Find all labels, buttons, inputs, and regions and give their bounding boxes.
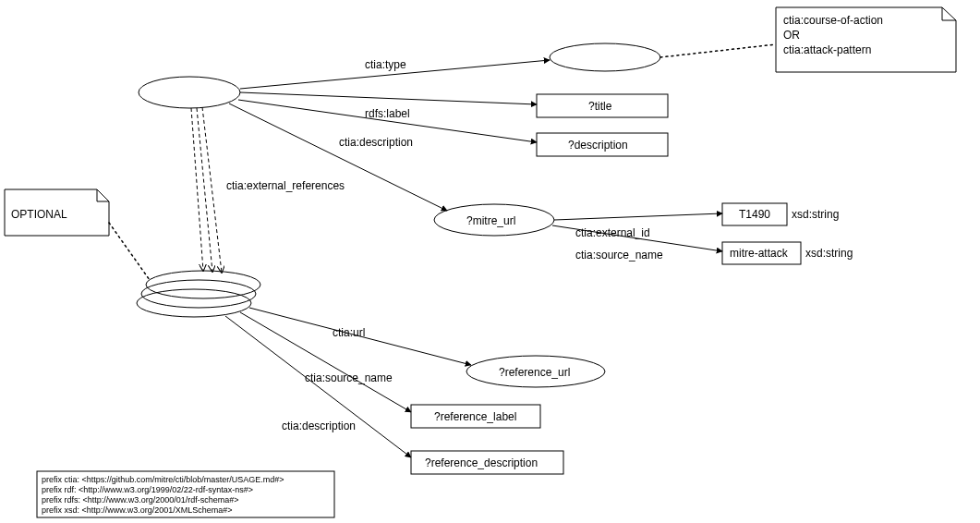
type-note-line3: ctia:attack-pattern [783,43,871,56]
edge-extref-1 [191,108,203,271]
edge-extref-2 [197,108,212,272]
prefix-1: prefix ctia: <https://github.com/mitre/c… [42,475,284,484]
mitre-attack-type: xsd:string [805,247,853,260]
edge-srcname-label: ctia:source_name [575,249,663,262]
ref-label-text: ?reference_label [434,410,516,423]
t1490-text: T1490 [739,208,770,221]
prefix-3: prefix rdfs: <http://www.w3.org/2000/01/… [42,495,239,505]
optional-text: OPTIONAL [11,208,67,221]
ext-ref-node [137,289,251,317]
subject-node [139,77,240,108]
type-note-line2: OR [783,29,800,42]
diagram-canvas: ctia:course-of-action OR ctia:attack-pat… [0,0,980,523]
prefix-2: prefix rdf: <http://www.w3.org/1999/02/2… [42,485,253,494]
edge-type-label: ctia:type [365,58,406,71]
prefix-4: prefix xsd: <http://www.w3.org/2001/XMLS… [42,505,233,515]
edge-label-text: rdfs:label [365,107,410,120]
edge-srcname2-label: ctia:source_name [305,371,393,384]
edge-url-label: ctia:url [333,326,365,339]
title-text: ?title [588,100,612,113]
description-text: ?description [568,139,628,152]
ref-url-text: ?reference_url [499,366,570,379]
edge-extid-label: ctia:external_id [575,226,650,239]
edge-external-id [554,213,722,220]
edge-extref-label: ctia:external_references [226,179,345,192]
type-note-line1: ctia:course-of-action [783,14,883,27]
edge-desc-label: ctia:description [339,136,413,149]
mitre-attack-text: mitre-attack [730,247,789,260]
type-note-link [660,44,776,57]
ref-desc-text: ?reference_description [425,456,538,469]
edge-mitre-url [229,103,447,211]
ext-ref-node-stack3 [146,271,260,298]
type-node [550,43,660,71]
t1490-type: xsd:string [792,208,839,221]
edge-ref-description [225,316,411,457]
edge-desc2-label: ctia:description [282,420,356,432]
mitre-url-text: ?mitre_url [466,214,515,227]
optional-link [109,223,150,280]
edge-extref-3 [202,107,222,273]
edge-label [240,92,537,104]
ext-ref-node-stack2 [141,280,256,308]
